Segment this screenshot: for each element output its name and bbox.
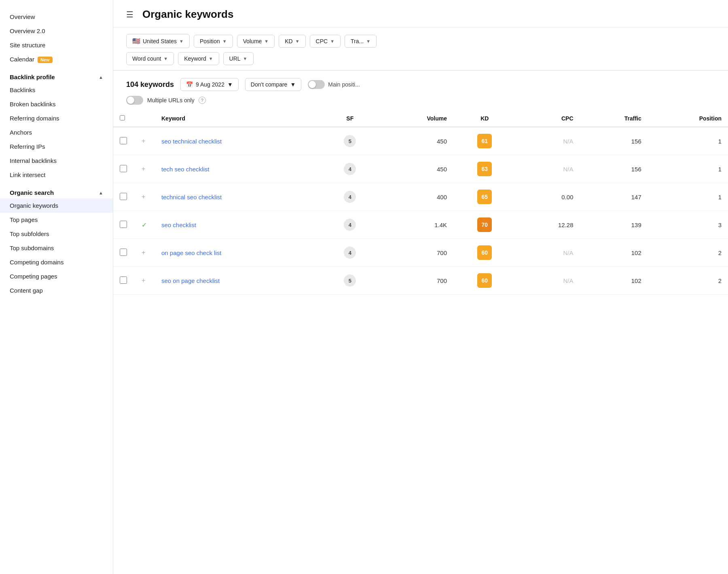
flag-icon: 🇺🇸: [132, 37, 140, 45]
help-icon[interactable]: ?: [199, 97, 206, 104]
hamburger-icon[interactable]: ☰: [126, 10, 133, 19]
new-badge: New: [38, 57, 53, 63]
col-sf: SF: [322, 110, 379, 127]
keyword-cell[interactable]: on page seo check list: [155, 239, 322, 267]
cpc-cell: 12.28: [516, 211, 580, 239]
sidebar-item-backlinks[interactable]: Backlinks: [0, 83, 113, 97]
sidebar-item-calendar[interactable]: CalendarNew: [0, 52, 113, 66]
sidebar-item-overview-2.0[interactable]: Overview 2.0: [0, 24, 113, 38]
row-check-icon[interactable]: ✓: [140, 222, 148, 228]
filter-btn-cpc[interactable]: CPC▼: [310, 35, 341, 48]
multiple-urls-label: Multiple URLs only: [147, 97, 195, 103]
section-arrow: ▲: [99, 75, 103, 80]
row-checkbox-4[interactable]: [120, 249, 127, 256]
keyword-cell[interactable]: tech seo checklist: [155, 155, 322, 183]
filter-label: Position: [200, 38, 220, 44]
keyword-cell[interactable]: seo checklist: [155, 211, 322, 239]
filter-label: Keyword: [184, 55, 206, 62]
filter-bar: 🇺🇸United States▼Position▼Volume▼KD▼CPC▼T…: [113, 27, 728, 71]
date-picker-button[interactable]: 📅 9 Aug 2022 ▼: [180, 78, 239, 91]
sidebar-item-internal-backlinks[interactable]: Internal backlinks: [0, 154, 113, 168]
cpc-cell: N/A: [516, 127, 580, 155]
table-row: +tech seo checklist445063N/A1561: [113, 155, 728, 183]
traffic-cell: 102: [580, 267, 648, 295]
table-row: +technical seo checklist4400650.001471: [113, 183, 728, 211]
volume-cell: 1.4K: [379, 211, 453, 239]
sidebar-item-site-structure[interactable]: Site structure: [0, 38, 113, 52]
keyword-cell[interactable]: technical seo checklist: [155, 183, 322, 211]
volume-cell: 450: [379, 155, 453, 183]
row-checkbox-2[interactable]: [120, 193, 127, 200]
keyword-cell[interactable]: seo technical checklist: [155, 127, 322, 155]
position-cell: 1: [648, 155, 728, 183]
row-checkbox-3[interactable]: [120, 221, 127, 228]
table-row: ✓seo checklist41.4K7012.281393: [113, 211, 728, 239]
row-add-icon[interactable]: +: [140, 137, 147, 144]
row-checkbox-1[interactable]: [120, 165, 127, 172]
volume-cell: 700: [379, 239, 453, 267]
calendar-icon: 📅: [186, 81, 193, 88]
sidebar-item-competing-pages[interactable]: Competing pages: [0, 269, 113, 283]
filter-caret-icon: ▼: [330, 39, 334, 44]
sidebar-item-top-pages[interactable]: Top pages: [0, 213, 113, 227]
sidebar-section-backlink-profile[interactable]: Backlink profile▲: [0, 66, 113, 83]
filter-label: Word count: [132, 55, 161, 62]
traffic-cell: 156: [580, 155, 648, 183]
col-volume: Volume: [379, 110, 453, 127]
sidebar-item-broken-backlinks[interactable]: Broken backlinks: [0, 97, 113, 111]
date-label: 9 Aug 2022: [196, 81, 224, 88]
main-position-toggle-wrap: Main positi...: [308, 80, 360, 89]
filter-btn-url[interactable]: URL▼: [223, 52, 254, 65]
sidebar-item-content-gap[interactable]: Content gap: [0, 283, 113, 298]
sidebar-item-referring-ips[interactable]: Referring IPs: [0, 139, 113, 154]
row-add-icon[interactable]: +: [140, 193, 147, 200]
sidebar-item-organic-keywords[interactable]: Organic keywords: [0, 198, 113, 213]
main-position-toggle[interactable]: [308, 80, 325, 89]
position-cell: 2: [648, 267, 728, 295]
sf-badge: 4: [344, 219, 356, 231]
main-content: ☰ Organic keywords 🇺🇸United States▼Posit…: [113, 0, 728, 574]
sidebar-item-top-subfolders[interactable]: Top subfolders: [0, 227, 113, 241]
filter-caret-icon: ▼: [366, 39, 370, 44]
row-add-icon[interactable]: +: [140, 277, 147, 284]
sidebar-item-anchors[interactable]: Anchors: [0, 125, 113, 139]
filter-row-2: Word count▼Keyword▼URL▼: [126, 52, 715, 65]
kd-badge: 65: [477, 190, 492, 204]
kd-badge: 63: [477, 162, 492, 176]
main-position-label: Main positi...: [328, 81, 360, 88]
cpc-cell: 0.00: [516, 183, 580, 211]
section-label: Backlink profile: [10, 74, 55, 80]
row-checkbox-0[interactable]: [120, 137, 127, 144]
sidebar-section-organic-search[interactable]: Organic search▲: [0, 182, 113, 198]
sidebar-item-top-subdomains[interactable]: Top subdomains: [0, 241, 113, 255]
filter-btn-kd[interactable]: KD▼: [279, 35, 305, 48]
row-add-icon[interactable]: +: [140, 249, 147, 256]
filter-btn-tra...[interactable]: Tra...▼: [345, 35, 377, 48]
sidebar-item-competing-domains[interactable]: Competing domains: [0, 255, 113, 269]
sidebar-item-referring-domains[interactable]: Referring domains: [0, 111, 113, 125]
sf-badge: 5: [344, 274, 356, 287]
filter-label: KD: [285, 38, 292, 44]
multiple-urls-toggle[interactable]: [126, 96, 143, 105]
filter-btn-word-count[interactable]: Word count▼: [126, 52, 174, 65]
kd-badge: 60: [477, 245, 492, 260]
section-arrow: ▲: [99, 190, 103, 195]
select-all-checkbox[interactable]: [120, 115, 125, 120]
sidebar-item-overview[interactable]: Overview: [0, 10, 113, 24]
filter-caret-icon: ▼: [222, 39, 227, 44]
keyword-cell[interactable]: seo on page checklist: [155, 267, 322, 295]
volume-cell: 400: [379, 183, 453, 211]
filter-btn-united-states[interactable]: 🇺🇸United States▼: [126, 34, 190, 48]
col-traffic: Traffic: [580, 110, 648, 127]
row-checkbox-5[interactable]: [120, 276, 127, 284]
compare-button[interactable]: Don't compare ▼: [245, 78, 301, 91]
traffic-cell: 156: [580, 127, 648, 155]
filter-btn-volume[interactable]: Volume▼: [237, 35, 275, 48]
filter-btn-keyword[interactable]: Keyword▼: [178, 52, 219, 65]
kd-badge: 70: [477, 217, 492, 232]
col-cpc: CPC: [516, 110, 580, 127]
row-add-icon[interactable]: +: [140, 165, 147, 172]
filter-caret-icon: ▼: [295, 39, 300, 44]
filter-btn-position[interactable]: Position▼: [194, 35, 233, 48]
sidebar-item-link-intersect[interactable]: Link intersect: [0, 168, 113, 182]
